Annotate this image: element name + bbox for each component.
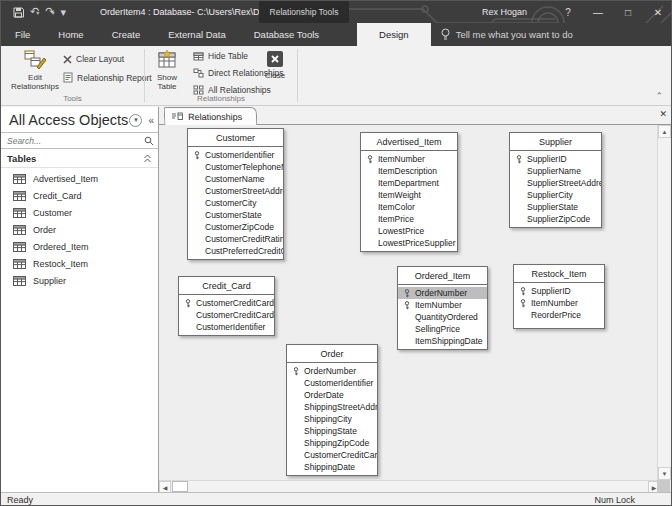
nav-item-supplier[interactable]: Supplier (1, 272, 158, 289)
field-row-supplierid[interactable]: SupplierID (514, 285, 604, 297)
field-row-itemprice[interactable]: ItemPrice (361, 213, 457, 225)
table-box-ordered-item[interactable]: Ordered_ItemOrderNumberItemNumberQuantit… (397, 266, 488, 350)
tab-create[interactable]: Create (98, 23, 155, 46)
field-row-itemweight[interactable]: ItemWeight (361, 189, 457, 201)
search-icon[interactable] (144, 136, 154, 146)
table-title[interactable]: Advertised_Item (361, 133, 457, 151)
collapse-group-icon[interactable] (143, 154, 152, 163)
field-row-shippingstate[interactable]: ShippingState (287, 425, 377, 437)
table-title[interactable]: Customer (188, 129, 283, 147)
field-row-shippingdate[interactable]: ShippingDate (287, 461, 377, 473)
relationship-report-button[interactable]: Relationship Report (63, 72, 152, 83)
hide-table-button[interactable]: Hide Table (193, 51, 248, 61)
clear-layout-button[interactable]: Clear Layout (63, 54, 124, 64)
field-row-shippingzipcode[interactable]: ShippingZipCode (287, 437, 377, 449)
table-title[interactable]: Supplier (510, 133, 601, 151)
tab-design[interactable]: Design (357, 23, 431, 46)
field-row-suppliername[interactable]: SupplierName (510, 165, 601, 177)
tab-file[interactable]: File (1, 23, 44, 46)
field-row-supplierstreetaddres[interactable]: SupplierStreetAddres (510, 177, 601, 189)
help-button[interactable]: ? (553, 1, 583, 23)
table-title[interactable]: Order (287, 345, 377, 363)
field-row-customerstreetaddre[interactable]: CustomerStreetAddre (188, 185, 283, 197)
nav-group-tables[interactable]: Tables (1, 149, 158, 168)
nav-item-customer[interactable]: Customer (1, 204, 158, 221)
field-row-customeridentifier[interactable]: CustomerIdentifier (287, 377, 377, 389)
field-row-custpreferredcreditc[interactable]: CustPreferredCreditC (188, 245, 283, 257)
nav-item-credit-card[interactable]: Credit_Card (1, 187, 158, 204)
close-ribbon-button[interactable]: Close (257, 50, 293, 80)
table-box-supplier[interactable]: SupplierSupplierIDSupplierNameSupplierSt… (509, 132, 602, 228)
field-row-sellingprice[interactable]: SellingPrice (398, 323, 487, 335)
close-button[interactable]: ✕ (643, 1, 672, 23)
minimize-button[interactable]: — (583, 1, 613, 23)
collapse-ribbon-icon[interactable]: ⌃ (655, 91, 663, 101)
show-table-button[interactable]: Show Table (147, 50, 187, 91)
field-row-itemshippingdate[interactable]: ItemShippingDate (398, 335, 487, 347)
relationships-canvas[interactable]: CustomerCustomerIdentifierCustomerTeleph… (159, 125, 660, 480)
table-box-order[interactable]: OrderOrderNumberCustomerIdentifierOrderD… (286, 344, 378, 476)
field-row-customertelephonen[interactable]: CustomerTelephoneN (188, 161, 283, 173)
undo-icon[interactable]: ↶▾ (30, 0, 39, 24)
close-document-icon[interactable]: ✕ (659, 109, 667, 119)
field-row-customercreditrating[interactable]: CustomerCreditRating (188, 233, 283, 245)
field-row-itemnumber[interactable]: ItemNumber (398, 299, 487, 311)
field-row-itemnumber[interactable]: ItemNumber (361, 153, 457, 165)
field-row-lowestpricesupplier[interactable]: LowestPriceSupplier (361, 237, 457, 249)
nav-menu-icon[interactable]: ▼ (129, 114, 142, 127)
nav-item-order[interactable]: Order (1, 221, 158, 238)
vertical-scrollbar[interactable]: ▲ ▼ (657, 125, 670, 480)
field-row-customeridentifier[interactable]: CustomerIdentifier (188, 149, 283, 161)
field-row-itemdescription[interactable]: ItemDescription (361, 165, 457, 177)
redo-icon[interactable]: ↷▾ (45, 0, 54, 24)
field-row-suppliercity[interactable]: SupplierCity (510, 189, 601, 201)
shutter-close-icon[interactable]: « (148, 115, 152, 126)
field-row-orderdate[interactable]: OrderDate (287, 389, 377, 401)
table-box-restock-item[interactable]: Restock_ItemSupplierIDItemNumberReorderP… (513, 264, 605, 329)
tab-external-data[interactable]: External Data (154, 23, 240, 46)
field-row-customercity[interactable]: CustomerCity (188, 197, 283, 209)
horizontal-scroll-thumb[interactable] (172, 481, 188, 492)
nav-item-advertised-item[interactable]: Advertised_Item (1, 170, 158, 187)
field-row-ordernumber[interactable]: OrderNumber (398, 287, 487, 299)
search-input[interactable] (7, 136, 144, 146)
nav-item-ordered-item[interactable]: Ordered_Item (1, 238, 158, 255)
field-row-customercreditcardn[interactable]: CustomerCreditCardN (179, 297, 274, 309)
field-row-ordernumber[interactable]: OrderNumber (287, 365, 377, 377)
table-box-customer[interactable]: CustomerCustomerIdentifierCustomerTeleph… (187, 128, 284, 260)
field-row-customercreditcardn[interactable]: CustomerCreditCardN (287, 449, 377, 461)
field-row-itemnumber[interactable]: ItemNumber (514, 297, 604, 309)
relationships-document-tab[interactable]: Relationships (164, 107, 258, 125)
redo-dropdown-icon[interactable]: ▾ (51, 10, 54, 16)
field-row-supplierzipcode[interactable]: SupplierZipCode (510, 213, 601, 225)
edit-relationships-button[interactable]: Edit Relationships (7, 50, 63, 91)
nav-item-restock-item[interactable]: Restock_Item (1, 255, 158, 272)
undo-dropdown-icon[interactable]: ▾ (36, 10, 39, 16)
save-icon[interactable] (13, 7, 24, 18)
table-box-advertised-item[interactable]: Advertised_ItemItemNumberItemDescription… (360, 132, 458, 252)
field-row-supplierid[interactable]: SupplierID (510, 153, 601, 165)
horizontal-scrollbar[interactable]: ◀ ▶ (159, 480, 660, 492)
maximize-button[interactable]: □ (613, 1, 643, 23)
tab-database-tools[interactable]: Database Tools (240, 23, 333, 46)
table-box-credit-card[interactable]: Credit_CardCustomerCreditCardNCustomerCr… (178, 276, 275, 336)
field-row-customerstate[interactable]: CustomerState (188, 209, 283, 221)
scroll-down-icon[interactable]: ▼ (658, 467, 671, 480)
table-title[interactable]: Credit_Card (179, 277, 274, 295)
field-row-reorderprice[interactable]: ReorderPrice (514, 309, 604, 321)
table-title[interactable]: Restock_Item (514, 265, 604, 283)
field-row-shippingcity[interactable]: ShippingCity (287, 413, 377, 425)
customize-qat-icon[interactable]: ▾ (60, 1, 66, 23)
scroll-up-icon[interactable]: ▲ (658, 125, 671, 138)
field-row-shippingstreetaddres[interactable]: ShippingStreetAddres (287, 401, 377, 413)
field-row-customerzipcode[interactable]: CustomerZipCode (188, 221, 283, 233)
field-row-customeridentifier[interactable]: CustomerIdentifier (179, 321, 274, 333)
user-name[interactable]: Rex Hogan (482, 7, 527, 17)
field-row-supplierstate[interactable]: SupplierState (510, 201, 601, 213)
table-title[interactable]: Ordered_Item (398, 267, 487, 285)
field-row-itemcolor[interactable]: ItemColor (361, 201, 457, 213)
tab-home[interactable]: Home (44, 23, 97, 46)
field-row-customercreditcardn[interactable]: CustomerCreditCardN (179, 309, 274, 321)
field-row-lowestprice[interactable]: LowestPrice (361, 225, 457, 237)
tell-me-box[interactable]: Tell me what you want to do (431, 23, 583, 46)
